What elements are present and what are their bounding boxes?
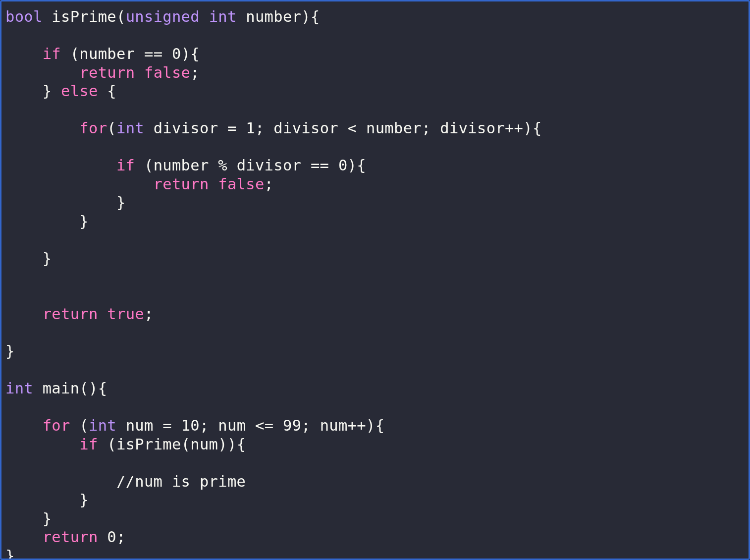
- keyword-token: return: [43, 305, 98, 323]
- keyword-token: for: [79, 119, 107, 137]
- code-line: [5, 398, 745, 417]
- code-line: if (number == 0){: [5, 45, 745, 63]
- keyword-token: for: [43, 417, 70, 434]
- code-line: for(int divisor = 1; divisor < number; d…: [5, 119, 745, 138]
- keyword-token: true: [107, 305, 144, 323]
- code-line: [5, 361, 745, 380]
- identifier-token: number: [246, 8, 301, 25]
- code-line: [5, 138, 745, 157]
- code-line: return false;: [5, 63, 745, 82]
- keyword-token: if: [116, 157, 135, 174]
- code-line: } else {: [5, 82, 745, 101]
- type-token: int: [5, 380, 33, 397]
- code-line: }: [5, 212, 745, 231]
- code-line: bool isPrime(unsigned int number){: [5, 7, 745, 26]
- code-line: [5, 324, 745, 342]
- code-line: }: [5, 342, 745, 361]
- code-line: [5, 26, 745, 45]
- code-line: [5, 453, 745, 472]
- code-line: return false;: [5, 175, 745, 194]
- code-line: return true;: [5, 305, 745, 324]
- type-token: unsigned: [126, 8, 200, 25]
- code-line: }: [5, 193, 745, 212]
- type-token: bool: [5, 8, 43, 25]
- keyword-token: else: [61, 82, 98, 100]
- type-token: int: [209, 8, 237, 25]
- code-line: }: [5, 509, 745, 528]
- code-line: [5, 230, 745, 249]
- code-line: return 0;: [5, 528, 745, 547]
- code-line: }: [5, 249, 745, 268]
- comment-token: //num is prime: [116, 473, 246, 490]
- code-line: for (int num = 10; num <= 99; num++){: [5, 416, 745, 435]
- keyword-token: return: [43, 528, 98, 546]
- code-line: [5, 268, 745, 286]
- identifier-token: main: [43, 380, 80, 397]
- code-line: //num is prime: [5, 472, 745, 491]
- code-line: [5, 101, 745, 119]
- type-token: int: [116, 119, 144, 137]
- keyword-token: if: [43, 45, 61, 62]
- keyword-token: if: [79, 436, 98, 453]
- code-line: if (number % divisor == 0){: [5, 156, 745, 175]
- code-line: int main(){: [5, 379, 745, 398]
- keyword-token: false: [218, 175, 264, 193]
- type-token: int: [89, 417, 116, 434]
- code-line: if (isPrime(num)){: [5, 435, 745, 454]
- code-line: }: [5, 547, 745, 560]
- code-line: }: [5, 491, 745, 509]
- keyword-token: return: [154, 175, 209, 193]
- identifier-token: isPrime: [52, 8, 116, 25]
- keyword-token: return: [79, 64, 135, 81]
- keyword-token: false: [144, 64, 190, 81]
- code-line: [5, 286, 745, 305]
- code-editor[interactable]: bool isPrime(unsigned int number){ if (n…: [0, 0, 750, 560]
